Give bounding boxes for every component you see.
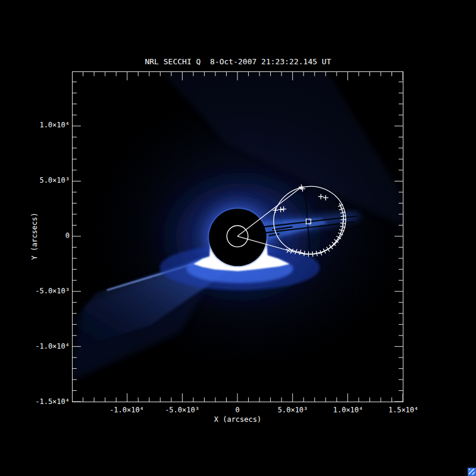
orbit-time-tick-marker	[323, 195, 328, 201]
y-tick-label: -1.0×10⁴	[35, 342, 70, 350]
orbit-time-tick-marker	[321, 248, 328, 255]
y-tick-label: -1.5×10⁴	[35, 397, 70, 406]
x-tick-label: 0	[235, 406, 239, 414]
corner-grip-icon[interactable]	[468, 468, 476, 476]
x-tick-label: 5.0×10³	[278, 406, 308, 414]
orbit-time-tick-marker	[278, 207, 283, 212]
y-tick-label: 5.0×10³	[39, 176, 70, 184]
y-axis-label: Y (arcsecs)	[30, 212, 39, 259]
orbit-time-tick-marker	[318, 194, 324, 199]
y-tick-label: -5.0×10³	[35, 287, 70, 295]
x-tick-label: -5.0×10³	[165, 406, 199, 414]
orbit-time-tick-marker	[281, 206, 286, 212]
x-tick-label: 1.5×10⁴	[389, 406, 419, 414]
y-tick-label: 0	[65, 231, 70, 240]
x-tick-label: 1.0×10⁴	[333, 406, 364, 414]
orbit-overlay	[73, 72, 403, 402]
sun-radial-line	[237, 187, 301, 236]
image-artifact-line	[269, 234, 280, 236]
dark-vertical-line	[304, 182, 310, 255]
screenshot-root: NRL SECCHI Q 8-Oct-2007 21:23:22.145 UT	[0, 0, 476, 476]
orbit-time-tick-marker	[301, 250, 307, 256]
plot-area	[72, 71, 403, 402]
x-tick-label: -1.0×10⁴	[109, 406, 144, 414]
plot-title: NRL SECCHI Q 8-Oct-2007 21:23:22.145 UT	[0, 57, 476, 66]
x-axis-label: X (arcsecs)	[72, 415, 403, 424]
y-tick-label: 1.0×10⁴	[39, 121, 70, 129]
